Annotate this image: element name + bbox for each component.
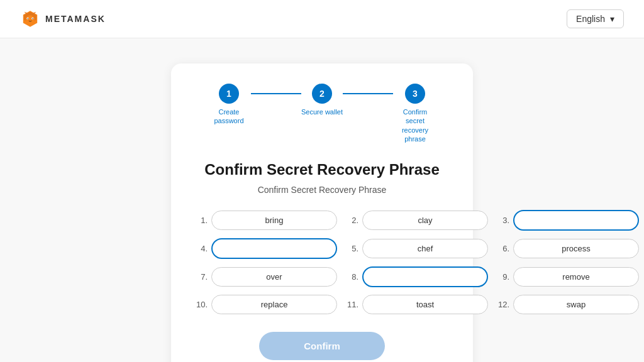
word-item: 7. bbox=[196, 266, 337, 287]
word-number: 5. bbox=[347, 244, 358, 253]
step-1-label: Create password bbox=[207, 107, 251, 126]
word-item: 6. bbox=[498, 238, 639, 259]
word-item: 11. bbox=[347, 295, 488, 314]
header: METAMASK English ▾ bbox=[0, 0, 644, 38]
word-number: 3. bbox=[498, 216, 509, 225]
word-number: 8. bbox=[347, 272, 358, 282]
step-2: 2 Secure wallet bbox=[301, 84, 343, 116]
step-connector-2 bbox=[343, 93, 393, 94]
word-number: 10. bbox=[196, 300, 208, 309]
word-input-6[interactable] bbox=[513, 239, 639, 258]
word-input-12[interactable] bbox=[513, 295, 639, 314]
step-1-circle: 1 bbox=[219, 84, 239, 104]
word-item: 1. bbox=[196, 210, 337, 231]
word-item: 12. bbox=[498, 295, 639, 314]
word-item: 4. bbox=[196, 238, 337, 259]
word-item: 8. bbox=[347, 266, 488, 287]
page-subtitle: Confirm Secret Recovery Phrase bbox=[196, 185, 448, 195]
word-input-3[interactable] bbox=[513, 210, 639, 231]
word-number: 4. bbox=[196, 244, 208, 253]
word-input-4[interactable] bbox=[211, 238, 337, 259]
word-input-5[interactable] bbox=[362, 239, 488, 258]
svg-point-5 bbox=[28, 18, 29, 19]
chevron-down-icon: ▾ bbox=[610, 14, 614, 24]
word-input-7[interactable] bbox=[211, 267, 337, 287]
step-3: 3 Confirm secret recovery phrase bbox=[393, 84, 437, 143]
fox-icon bbox=[20, 9, 40, 29]
word-item: 5. bbox=[347, 238, 488, 259]
step-1: 1 Create password bbox=[207, 84, 251, 126]
word-input-9[interactable] bbox=[513, 267, 639, 287]
word-item: 9. bbox=[498, 266, 639, 287]
word-input-11[interactable] bbox=[362, 295, 488, 314]
word-input-8[interactable] bbox=[362, 266, 488, 287]
step-connector-1 bbox=[251, 93, 301, 94]
confirm-button[interactable]: Confirm bbox=[259, 332, 385, 360]
language-label: English bbox=[576, 14, 605, 24]
word-input-10[interactable] bbox=[211, 295, 337, 314]
language-selector[interactable]: English ▾ bbox=[567, 9, 624, 28]
card: 1 Create password 2 Secure wallet 3 Conf… bbox=[171, 63, 473, 362]
svg-point-2 bbox=[26, 15, 35, 23]
word-number: 6. bbox=[498, 244, 509, 253]
word-number: 7. bbox=[196, 272, 208, 282]
page-title: Confirm Secret Recovery Phrase bbox=[196, 161, 448, 178]
stepper: 1 Create password 2 Secure wallet 3 Conf… bbox=[196, 84, 448, 143]
word-number: 2. bbox=[347, 216, 358, 225]
word-number: 11. bbox=[347, 300, 358, 309]
word-number: 12. bbox=[498, 300, 509, 309]
word-number: 9. bbox=[498, 272, 509, 282]
word-item: 2. bbox=[347, 210, 488, 231]
word-number: 1. bbox=[196, 216, 208, 225]
word-item: 3. bbox=[498, 210, 639, 231]
step-3-label: Confirm secret recovery phrase bbox=[393, 107, 437, 143]
logo-text: METAMASK bbox=[45, 14, 106, 24]
word-item: 10. bbox=[196, 295, 337, 314]
logo-area: METAMASK bbox=[20, 9, 106, 29]
step-3-circle: 3 bbox=[405, 84, 425, 104]
svg-point-6 bbox=[32, 18, 33, 19]
word-grid: 1.2.3.4.5.6.7.8.9.10.11.12. bbox=[196, 210, 448, 314]
main-content: 1 Create password 2 Secure wallet 3 Conf… bbox=[0, 38, 644, 362]
word-input-1[interactable] bbox=[211, 211, 337, 230]
word-input-2[interactable] bbox=[362, 211, 488, 230]
step-2-circle: 2 bbox=[312, 84, 332, 104]
step-2-label: Secure wallet bbox=[301, 107, 343, 116]
